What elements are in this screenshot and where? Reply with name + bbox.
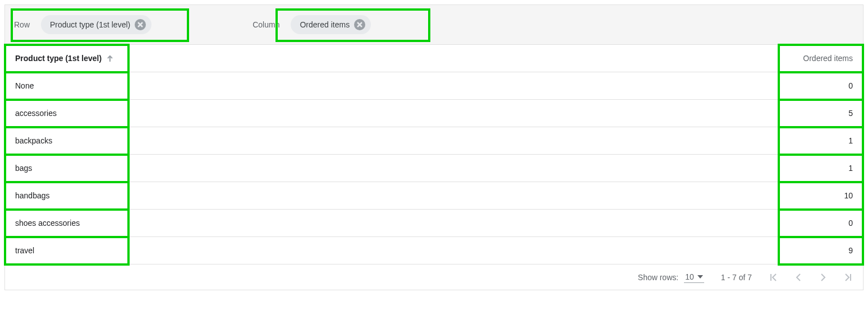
prev-page-button[interactable] <box>793 272 803 282</box>
column-metric-chip[interactable]: Ordered items <box>291 15 371 34</box>
cell-spacer <box>128 155 779 182</box>
chevron-right-icon <box>818 272 828 282</box>
cell-dimension: shoes accessories <box>5 210 128 237</box>
last-page-button[interactable] <box>843 272 853 282</box>
table-row[interactable]: accessories 5 <box>5 100 863 127</box>
dropdown-icon <box>697 274 703 280</box>
table-row[interactable]: backpacks 1 <box>5 127 863 155</box>
row-config-group: Row Product type (1st level) <box>14 15 151 34</box>
report-panel: Row Product type (1st level) Column Orde… <box>4 4 864 290</box>
page-size-select[interactable]: 10 <box>684 271 704 283</box>
column-header-spacer <box>128 45 779 72</box>
cell-metric: 1 <box>779 155 863 182</box>
table-footer: Show rows: 10 1 - 7 of 7 <box>5 264 863 290</box>
show-rows-label: Show rows: <box>638 273 678 282</box>
row-dimension-chip[interactable]: Product type (1st level) <box>41 15 151 34</box>
column-header-metric[interactable]: Ordered items <box>779 45 863 72</box>
cell-metric: 10 <box>779 182 863 210</box>
next-page-button[interactable] <box>818 272 828 282</box>
table-row[interactable]: handbags 10 <box>5 182 863 210</box>
remove-row-dimension-button[interactable] <box>135 19 146 30</box>
header-label: Product type (1st level) <box>15 54 102 63</box>
cell-metric: 0 <box>779 72 863 100</box>
config-bar: Row Product type (1st level) Column Orde… <box>5 5 863 45</box>
table-row[interactable]: bags 1 <box>5 155 863 182</box>
column-config-group: Column Ordered items <box>252 15 371 34</box>
remove-column-metric-button[interactable] <box>354 19 365 30</box>
cell-dimension: None <box>5 72 128 100</box>
page-size-value: 10 <box>685 272 694 281</box>
sort-ascending-icon <box>106 55 114 63</box>
close-icon <box>356 21 363 28</box>
table-row[interactable]: shoes accessories 0 <box>5 210 863 237</box>
first-page-icon <box>769 272 779 282</box>
close-icon <box>137 21 144 28</box>
cell-spacer <box>128 210 779 237</box>
table-row[interactable]: travel 9 <box>5 237 863 264</box>
cell-dimension: bags <box>5 155 128 182</box>
header-label: Ordered items <box>803 54 853 63</box>
pagination-range: 1 - 7 of 7 <box>721 273 752 282</box>
cell-dimension: handbags <box>5 182 128 210</box>
column-label: Column <box>252 20 279 29</box>
pager <box>769 272 853 282</box>
column-header-dimension[interactable]: Product type (1st level) <box>5 45 128 72</box>
chip-label: Product type (1st level) <box>50 20 130 29</box>
cell-metric: 0 <box>779 210 863 237</box>
cell-spacer <box>128 127 779 155</box>
cell-dimension: travel <box>5 237 128 264</box>
cell-spacer <box>128 72 779 100</box>
cell-spacer <box>128 182 779 210</box>
table-header-row: Product type (1st level) Ordered items <box>5 45 863 72</box>
cell-metric: 9 <box>779 237 863 264</box>
cell-metric: 5 <box>779 100 863 127</box>
cell-metric: 1 <box>779 127 863 155</box>
cell-spacer <box>128 237 779 264</box>
page-size-group: Show rows: 10 <box>638 271 704 283</box>
cell-dimension: accessories <box>5 100 128 127</box>
chevron-left-icon <box>793 272 803 282</box>
last-page-icon <box>843 272 853 282</box>
cell-spacer <box>128 100 779 127</box>
row-label: Row <box>14 20 30 29</box>
data-table: Product type (1st level) Ordered items N… <box>5 45 863 264</box>
table-row[interactable]: None 0 <box>5 72 863 100</box>
chip-label: Ordered items <box>300 20 350 29</box>
cell-dimension: backpacks <box>5 127 128 155</box>
first-page-button[interactable] <box>769 272 779 282</box>
